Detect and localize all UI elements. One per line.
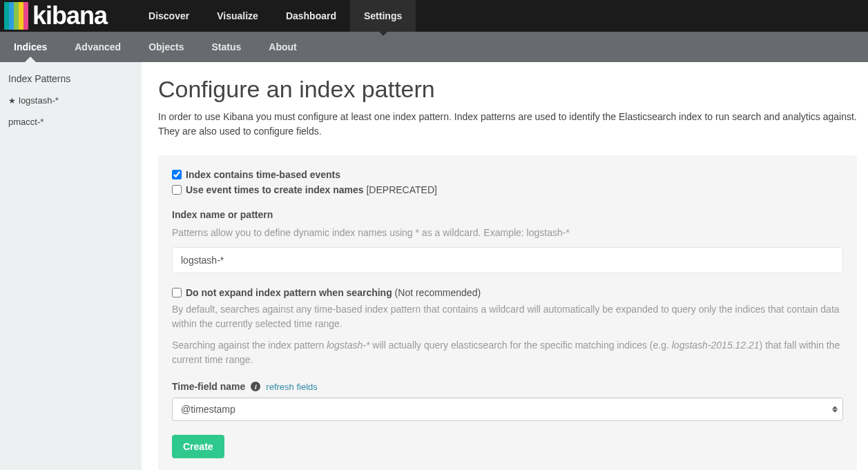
top-nav: kibana Discover Visualize Dashboard Sett… — [0, 0, 868, 32]
time-based-row: Index contains time-based events — [172, 169, 843, 180]
sidebar: Index Patterns ★ logstash-* pmacct-* — [0, 62, 142, 470]
sub-nav: Indices Advanced Objects Status About — [0, 32, 868, 62]
event-times-checkbox[interactable] — [172, 185, 182, 195]
page-title: Configure an index pattern — [158, 76, 857, 103]
subnav-advanced[interactable]: Advanced — [61, 32, 135, 62]
event-times-row: Use event times to create index names [D… — [172, 184, 843, 195]
time-field-select[interactable]: @timestamp — [172, 398, 843, 421]
time-field-row: Time-field name i refresh fields — [172, 381, 843, 392]
index-name-input[interactable] — [172, 247, 843, 273]
subnav-about[interactable]: About — [255, 32, 310, 62]
time-field-label: Time-field name — [172, 381, 245, 392]
refresh-fields-link[interactable]: refresh fields — [266, 382, 317, 392]
logo-text: kibana — [32, 2, 107, 30]
logo[interactable]: kibana — [0, 0, 114, 32]
time-field-select-wrap: @timestamp — [172, 398, 843, 421]
topnav-dashboard[interactable]: Dashboard — [272, 0, 350, 32]
main-content: Configure an index pattern In order to u… — [142, 62, 868, 470]
create-button[interactable]: Create — [172, 435, 224, 458]
topnav-discover[interactable]: Discover — [135, 0, 203, 32]
time-based-label[interactable]: Index contains time-based events — [186, 169, 340, 180]
time-based-checkbox[interactable] — [172, 170, 182, 179]
star-icon: ★ — [8, 96, 16, 106]
no-expand-row: Do not expand index pattern when searchi… — [172, 287, 843, 298]
page-description: In order to use Kibana you must configur… — [158, 110, 857, 139]
subnav-status[interactable]: Status — [198, 32, 255, 62]
config-panel: Index contains time-based events Use eve… — [158, 155, 857, 470]
sidebar-item-label: pmacct-* — [8, 117, 44, 127]
index-name-help: Patterns allow you to define dynamic ind… — [172, 226, 843, 240]
not-recommended-text: (Not recommended) — [395, 287, 481, 298]
event-times-label[interactable]: Use event times to create index names [D… — [186, 184, 437, 195]
deprecated-badge: [DEPRECATED] — [366, 184, 436, 195]
no-expand-help2: Searching against the index pattern logs… — [172, 338, 843, 367]
topnav-settings[interactable]: Settings — [350, 0, 416, 32]
topnav-visualize[interactable]: Visualize — [203, 0, 272, 32]
sidebar-header: Index Patterns — [0, 68, 142, 90]
index-name-label: Index name or pattern — [172, 209, 843, 220]
no-expand-label[interactable]: Do not expand index pattern when searchi… — [186, 287, 481, 298]
sidebar-item-pmacct[interactable]: pmacct-* — [0, 111, 142, 133]
sidebar-item-label: logstash-* — [19, 95, 59, 106]
info-icon[interactable]: i — [251, 382, 260, 391]
sidebar-item-logstash[interactable]: ★ logstash-* — [0, 90, 142, 111]
no-expand-help1: By default, searches against any time-ba… — [172, 302, 843, 331]
topnav-items: Discover Visualize Dashboard Settings — [135, 0, 416, 32]
no-expand-checkbox[interactable] — [172, 288, 182, 297]
logo-stripes-icon — [4, 2, 28, 30]
subnav-indices[interactable]: Indices — [0, 32, 61, 62]
subnav-objects[interactable]: Objects — [135, 32, 197, 62]
